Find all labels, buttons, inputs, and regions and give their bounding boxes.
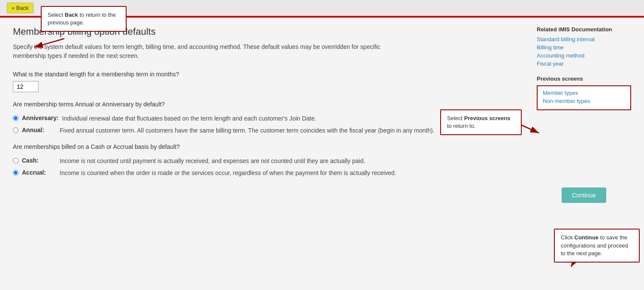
description: Specify the system default values for te… — [13, 42, 399, 60]
link-member-types[interactable]: Member types — [543, 90, 625, 96]
anniversary-radio[interactable] — [13, 115, 18, 121]
tooltip-back: Select Back to return to the previous pa… — [41, 6, 127, 32]
previous-screens-title: Previous screens — [537, 76, 631, 82]
annual-label: Annual: — [22, 127, 56, 133]
term-question: What is the standard length for a member… — [13, 71, 528, 78]
cash-label: Cash: — [22, 157, 56, 164]
content-left: Membership billing option defaults Speci… — [13, 26, 528, 282]
link-accounting-method[interactable]: Accounting method — [537, 52, 631, 59]
annual-radio[interactable] — [13, 127, 18, 133]
continue-container: Continue — [537, 187, 631, 203]
link-billing-time[interactable]: Billing time — [537, 44, 631, 51]
link-fiscal-year[interactable]: Fiscal year — [537, 60, 631, 67]
tooltip-previous-screens: Select Previous screens to return to. — [440, 109, 522, 135]
cash-desc: Income is not counted until payment is a… — [60, 157, 365, 166]
accrual-label: Accrual: — [22, 169, 56, 176]
tooltip-continue: Click Continue to save the configuration… — [554, 229, 640, 263]
annual-question: Are membership terms Annual or Anniversa… — [13, 101, 528, 108]
term-section: What is the standard length for a member… — [13, 71, 528, 92]
anniversary-desc: Individual renewal date that fluctuates … — [62, 115, 317, 123]
term-input[interactable] — [13, 81, 39, 92]
back-button[interactable]: « Back — [7, 3, 33, 13]
continue-button[interactable]: Continue — [562, 187, 606, 203]
cash-section: Are memberships billed on a Cash or Accr… — [13, 143, 528, 177]
cash-radio[interactable] — [13, 158, 18, 163]
related-docs-title: Related iMIS Documentation — [537, 26, 631, 33]
accrual-radio[interactable] — [13, 170, 18, 175]
cash-group: Cash: Income is not counted until paymen… — [13, 157, 528, 177]
anniversary-label: Anniversary: — [22, 115, 59, 121]
main-content: Membership billing option defaults Speci… — [0, 18, 644, 290]
link-non-member-types[interactable]: Non-member types — [543, 98, 625, 104]
accrual-option: Accrual: Income is counted when the orde… — [13, 169, 528, 178]
link-billing-interval[interactable]: Standard billing interval — [537, 36, 631, 42]
cash-question: Are memberships billed on a Cash or Accr… — [13, 143, 528, 150]
previous-screens-section: Previous screens Member types Non-member… — [537, 76, 631, 110]
annual-desc: Fixed annual customer term. All customer… — [60, 127, 435, 135]
previous-screens-box: Member types Non-member types — [537, 85, 631, 110]
related-docs-section: Related iMIS Documentation Standard bill… — [537, 26, 631, 67]
accrual-desc: Income is counted when the order is made… — [60, 169, 396, 178]
